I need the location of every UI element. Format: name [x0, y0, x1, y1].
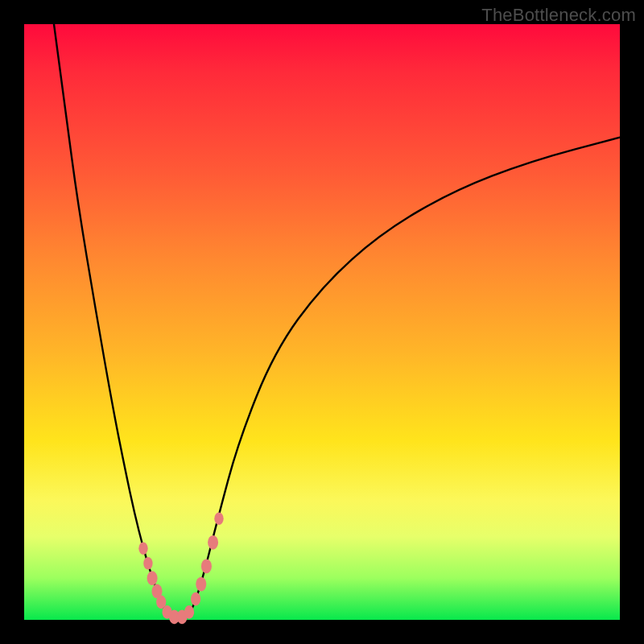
bead	[201, 559, 212, 574]
bead	[143, 557, 152, 570]
bead	[184, 605, 194, 619]
bead	[147, 571, 158, 585]
chart-plot-area	[24, 24, 620, 620]
bead	[208, 535, 218, 550]
bead	[191, 592, 200, 606]
watermark-text: TheBottleneck.com	[481, 5, 636, 26]
bottleneck-curve	[54, 24, 620, 618]
chart-frame: TheBottleneck.com	[0, 0, 644, 644]
bead	[214, 512, 223, 525]
chart-svg	[24, 24, 620, 620]
bead	[196, 577, 206, 592]
curve-beads	[138, 512, 223, 624]
bead	[138, 542, 147, 555]
